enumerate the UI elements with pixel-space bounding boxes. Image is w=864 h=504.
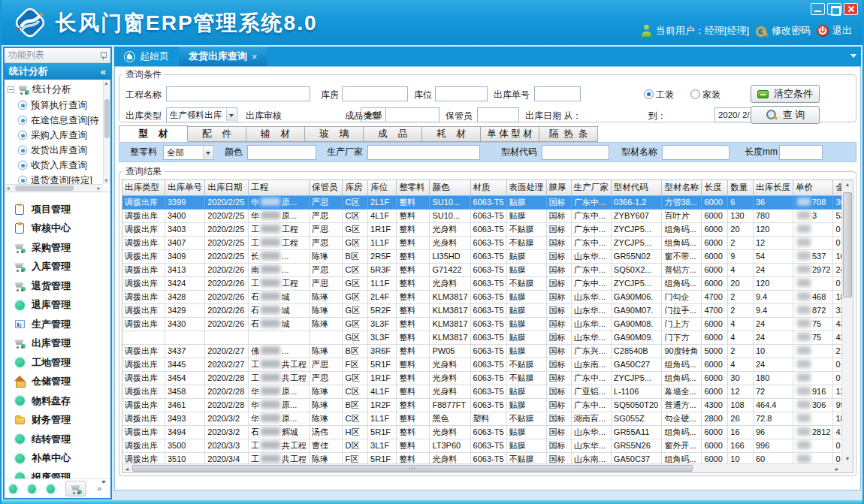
material-tab[interactable]: 辅 材 [246,126,305,142]
sidebar-item-生产管理[interactable]: 生产管理 [5,315,110,334]
radio-home[interactable]: 家装 [690,89,721,101]
table-row[interactable]: 调拨出库34582020/2/28华原...陈琳C区4L1F整料光身料6063-… [122,385,853,398]
table-row[interactable]: 调拨出库34942020/3/2石辉城汤伟H区5R1F整料光身料6063-T5贴… [122,425,853,439]
scroll-right-icon[interactable]: ► [833,466,841,473]
tree-item[interactable]: 发货出库查询 [6,143,102,158]
scroll-left-icon[interactable]: ◄ [5,186,11,191]
profile-name-input[interactable] [662,145,730,160]
table-row[interactable]: 调拨出库34002020/2/25华原...严思C区4L1F整料SU10...6… [122,209,853,222]
material-tab[interactable]: 配 件 [188,126,246,142]
column-header[interactable]: 膜厚 [546,180,571,195]
table-row[interactable]: 调拨出库34072020/2/25工工程严思G区1L1F整料光身料6063-T5… [122,236,853,249]
search-button[interactable]: 查 询 [751,106,820,124]
column-header[interactable]: 出库类型 [122,180,165,195]
table-row[interactable]: 调拨出库34932020/3/2华原...陈琳C区1L1F整料黑色塑料不贴膜国标… [122,412,853,425]
tree-vertical-scrollbar[interactable]: ▲ ▼ [103,80,110,184]
whole-piece-select[interactable]: 全部 [163,145,214,160]
scrollbar-thumb[interactable] [104,99,110,138]
table-row[interactable]: 调拨出库34302020/2/26石城陈琳G区3L3F整料KLM38176063… [122,317,853,330]
sidebar-item-项目管理[interactable]: 项目管理 [5,200,110,219]
scroll-up-icon[interactable]: ▲ [104,80,109,86]
clear-conditions-button[interactable]: 清空条件 [751,85,820,103]
scroll-down-icon[interactable]: ▼ [842,455,853,463]
column-header[interactable]: 保管员 [310,180,343,195]
scrollbar-thumb[interactable] [15,186,74,191]
out-type-select[interactable]: 生产领料出库 [166,107,237,122]
table-row[interactable]: 调拨出库34032020/2/25工工程严思G区1R1F整料光身料6063-T5… [122,222,853,236]
table-row[interactable]: 调拨出库34282020/2/26石城陈琳G区2L4F整料KLM38176063… [122,290,853,303]
location-input[interactable] [435,86,488,101]
table-row[interactable]: 调拨出库34372020/2/27佛...陈琳B区3R6F整料PW056063-… [122,344,853,358]
project-name-input[interactable] [166,86,310,101]
pin-icon[interactable] [99,51,107,60]
column-header[interactable]: 数量 [728,180,754,195]
tab-list-dropdown-icon[interactable] [850,54,856,58]
sidebar-item-入库管理[interactable]: 入库管理 [5,258,110,277]
table-row[interactable]: G区3L3F整料KLM38176063-T5贴膜国标山东华...GA90M09.… [122,330,853,344]
scrollbar-thumb[interactable] [132,465,693,472]
column-header[interactable]: 长度 [702,180,728,195]
table-row[interactable]: 调拨出库33992020/2/25华原...严思C区2L1F整料SU10...6… [122,195,853,209]
product-type-input[interactable] [385,107,440,122]
column-header[interactable]: 生产厂家 [571,180,611,195]
scroll-right-icon[interactable]: ► [96,186,102,191]
color-input[interactable] [247,145,316,160]
table-horizontal-scrollbar[interactable]: ◄ ► [122,463,841,472]
column-header[interactable]: 库位 [368,180,397,195]
table-row[interactable]: 调拨出库34292020/2/26石城陈琳G区5R2F整料KLM38176063… [122,303,853,317]
order-no-input[interactable] [534,86,581,101]
tree-item[interactable]: 预算执行查询 [6,98,102,113]
column-header[interactable]: 出库单号 [165,180,204,195]
radio-work[interactable]: 工装 [644,89,674,101]
column-header[interactable]: 整零料 [397,180,430,195]
column-header[interactable]: 型材代码 [611,180,662,195]
material-tab[interactable]: 耗 材 [422,126,481,142]
green-dot-icon[interactable] [47,484,55,493]
sidebar-item-物料盘存[interactable]: 物料盘存 [5,391,110,411]
sidebar-item-财务管理[interactable]: 财务管理 [5,411,110,430]
table-vertical-scrollbar[interactable]: ▲ ▼ [841,180,853,463]
scroll-down-icon[interactable]: ▼ [104,178,109,183]
column-header[interactable]: 出库长度 [753,180,793,195]
scrollbar-thumb[interactable] [843,192,852,297]
table-row[interactable]: 调拨出库34452020/2/27工共工程严思F区5R1F整料光身料6063-T… [122,358,853,371]
table-row[interactable]: 调拨出库34542020/2/28工共工程严思G区1R1F整料光身料6063-T… [122,371,853,385]
material-tab[interactable]: 成 品 [364,126,422,142]
change-password-button[interactable]: 修改密码 [755,24,811,38]
column-header[interactable]: 库房 [343,180,368,195]
sidebar-item-采购管理[interactable]: 采购管理 [5,238,110,258]
collapse-icon[interactable]: « [101,66,106,77]
radio-unchecked-icon[interactable] [690,89,700,99]
tab-close-icon[interactable]: × [252,51,258,62]
table-row[interactable]: 调拨出库34612020/2/28华原...陈琳B区1R2F整料F8877FT6… [122,398,853,412]
table-row[interactable]: 调拨出库34242020/2/26工工程严思G区1L1F整料光身料6063-T5… [122,276,853,290]
keeper-input[interactable] [477,107,519,122]
material-tab[interactable]: 单 体 型 材 [481,126,539,142]
warehouse-input[interactable] [342,86,408,101]
minimize-button[interactable] [811,3,825,15]
column-header[interactable]: 单价 [793,180,832,195]
tree-horizontal-scrollbar[interactable]: ◄ ► [5,184,103,192]
column-header[interactable]: 型材名称 [662,180,702,195]
table-row[interactable]: 调拨出库34092020/2/25长...陈琳B区2R5F整料LI35HD606… [122,249,853,263]
tree-expander-icon[interactable] [8,86,14,93]
length-input[interactable] [779,145,823,160]
material-tab[interactable]: 隔 热 条 [539,126,598,142]
green-dot-icon[interactable] [28,484,36,493]
green-dot-icon[interactable] [9,484,17,493]
tree-item[interactable]: 采购入库查询 [6,128,102,143]
tree-root[interactable]: 统计分析 [6,81,102,98]
material-tab[interactable]: 玻 璃 [305,126,364,142]
table-row[interactable]: 调拨出库35002020/3/3工共工程曹佳D区3L1F整料LT3P606063… [122,439,853,452]
sidebar-overflow-button[interactable]: » [97,485,106,492]
profile-code-input[interactable] [542,145,609,160]
sidebar-item-工地管理[interactable]: 工地管理 [5,353,110,373]
sidebar-item-结转管理[interactable]: 结转管理 [5,430,110,449]
tab-shipping-query[interactable]: 发货出库查询 × [179,47,267,66]
sidebar-item-退库管理[interactable]: 退库管理 [5,296,110,315]
sidebar-item-审核中心[interactable]: 审核中心 [5,219,110,239]
material-tab[interactable]: 型 材 [119,125,188,142]
maker-input[interactable] [367,145,480,160]
tree-item[interactable]: 在途信息查询[待 [6,113,102,128]
tree-item[interactable]: 退货查询[待定] [6,173,102,184]
